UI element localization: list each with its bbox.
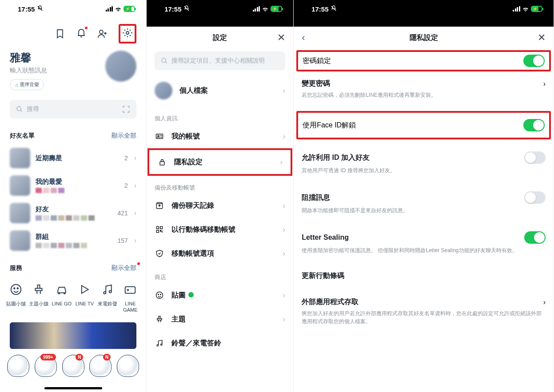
- music-chip[interactable]: ♫選擇音樂: [10, 79, 44, 90]
- row-privacy-highlight[interactable]: 隱私設定 ›: [147, 148, 292, 176]
- toggle-allow-id[interactable]: [524, 151, 546, 164]
- add-friend-icon[interactable]: [97, 28, 108, 39]
- row-profile[interactable]: 個人檔案 ›: [147, 75, 293, 107]
- toggle-letter-sealing[interactable]: [524, 231, 546, 244]
- svg-point-9: [158, 135, 159, 137]
- svg-point-3: [11, 285, 21, 295]
- row-account[interactable]: 我的帳號 ›: [147, 124, 293, 148]
- nav-header: ‹ 隱私設定 ✕: [294, 27, 554, 49]
- group-label: 個人資訊: [147, 107, 293, 124]
- chevron-right-icon: ›: [134, 154, 136, 162]
- group-label: 備份及移動帳號: [147, 176, 293, 194]
- show-all-services-link[interactable]: 顯示全部: [112, 264, 136, 272]
- thumb: [10, 203, 30, 223]
- id-card-icon: [155, 132, 164, 141]
- service-linegame[interactable]: LINE GAME: [119, 283, 142, 313]
- brush-icon: [155, 315, 164, 324]
- status-message-hint[interactable]: 輸入狀態訊息: [10, 67, 47, 75]
- row-letter-sealing: Letter Sealing 使用進階加密功能可保護訊息。 但僅限於和同時開啟L…: [294, 225, 554, 261]
- thumb: [10, 230, 30, 251]
- smile-icon: [9, 283, 23, 296]
- service-ringtone[interactable]: 來電鈴聲: [96, 283, 119, 313]
- list-item[interactable]: 群組157›: [0, 227, 146, 254]
- toggle-block-msg[interactable]: [524, 191, 546, 204]
- toggle-password-lock[interactable]: [523, 55, 545, 67]
- close-button[interactable]: ✕: [277, 32, 285, 44]
- show-all-link[interactable]: 顯示全部: [112, 132, 136, 140]
- chevron-right-icon: ›: [283, 201, 285, 210]
- chevron-right-icon: ›: [283, 291, 285, 300]
- status-time: 17:55: [18, 5, 35, 13]
- avatar: [155, 82, 172, 99]
- row-allow-id: 允許利用 ID 加入好友 其他用戶可透過 ID 搜尋將您加入好友。: [294, 145, 554, 181]
- friends-header: 好友名單: [10, 132, 35, 140]
- tab-wallet[interactable]: [114, 355, 142, 392]
- row-update-qr[interactable]: 更新行動條碼: [294, 265, 554, 287]
- gear-icon[interactable]: [122, 28, 133, 38]
- faceid-highlight: 使用Face ID解鎖: [296, 111, 551, 139]
- status-time: 17:55: [311, 5, 328, 13]
- profile-avatar[interactable]: [105, 51, 136, 82]
- wifi-icon: [522, 6, 529, 12]
- settings-search-input[interactable]: 搜尋設定項目、支援中心相關說明: [155, 51, 285, 70]
- chevron-right-icon: ›: [543, 298, 546, 306]
- chevron-right-icon: ›: [280, 158, 283, 167]
- row-external-access[interactable]: 外部應用程式存取› 將您加入好友的用戶若允許外部應用程式存取其好友名單資料時，您…: [294, 291, 554, 332]
- settings-highlight: [119, 24, 136, 44]
- service-sticker[interactable]: 貼圖小舖: [4, 283, 28, 313]
- row-moveopt[interactable]: 移動帳號選項 ›: [147, 242, 293, 265]
- service-theme[interactable]: 主題小舖: [28, 283, 51, 313]
- thumb: [10, 175, 30, 196]
- scan-icon[interactable]: [122, 105, 130, 113]
- silent-icon: [183, 5, 190, 12]
- svg-rect-11: [157, 226, 159, 229]
- shield-icon: [155, 249, 164, 258]
- status-bar: 17:55 ⚡: [294, 0, 554, 18]
- row-ringtone[interactable]: 鈴聲／來電答鈴: [147, 331, 293, 355]
- service-linetv[interactable]: LINE TV: [73, 283, 96, 313]
- services-header: 服務: [10, 264, 22, 272]
- chevron-right-icon: ›: [283, 86, 285, 95]
- list-item[interactable]: 我的最愛2›: [0, 172, 146, 199]
- badge-n: N: [103, 354, 111, 360]
- tab-chat[interactable]: 999+: [32, 355, 60, 392]
- nav-header: 設定 ✕: [147, 27, 293, 49]
- blurred-content: [36, 243, 112, 249]
- row-change-password[interactable]: 變更密碼› 若您忘記密碼，必須先刪除LINE應用程式後再重新安裝。: [294, 73, 554, 105]
- notification-button[interactable]: [76, 28, 87, 40]
- row-sticker[interactable]: 貼圖 ›: [147, 283, 293, 307]
- snoopy-icon: [117, 355, 139, 377]
- back-button[interactable]: ‹: [302, 32, 305, 44]
- chevron-right-icon: ›: [134, 237, 136, 245]
- svg-rect-10: [160, 162, 164, 165]
- row-theme[interactable]: 主題 ›: [147, 307, 293, 331]
- service-linego[interactable]: LINE GO: [50, 283, 73, 313]
- silent-icon: [331, 5, 337, 12]
- row-qrmove[interactable]: 以行動條碼移動帳號 ›: [147, 218, 293, 242]
- svg-rect-13: [157, 230, 159, 233]
- smile-icon: [155, 291, 164, 300]
- svg-point-1: [126, 32, 129, 34]
- svg-point-2: [17, 107, 21, 111]
- tab-today[interactable]: N: [87, 355, 114, 392]
- chevron-right-icon: ›: [134, 182, 136, 190]
- promo-banner[interactable]: [10, 322, 136, 349]
- signal-icon: [253, 6, 260, 12]
- tab-voom[interactable]: N: [60, 355, 87, 392]
- bookmark-icon[interactable]: [55, 28, 65, 39]
- list-item[interactable]: 好友421›: [0, 199, 146, 227]
- list-item[interactable]: 近期壽星2›: [0, 144, 146, 172]
- thumb: [10, 148, 30, 168]
- row-backup[interactable]: 備份聊天記錄 ›: [147, 194, 293, 218]
- home-indicator: [44, 387, 102, 389]
- chevron-right-icon: ›: [283, 225, 285, 234]
- battery-icon: ⚡: [124, 6, 135, 12]
- battery-icon: ⚡: [531, 6, 542, 12]
- signal-icon: [513, 6, 520, 12]
- row-faceid: 使用Face ID解鎖: [303, 121, 356, 130]
- toggle-faceid[interactable]: [523, 119, 545, 131]
- notification-dot: [137, 262, 140, 265]
- close-button[interactable]: ✕: [538, 32, 546, 44]
- search-input[interactable]: 搜尋: [10, 100, 136, 119]
- tab-home[interactable]: [4, 355, 32, 392]
